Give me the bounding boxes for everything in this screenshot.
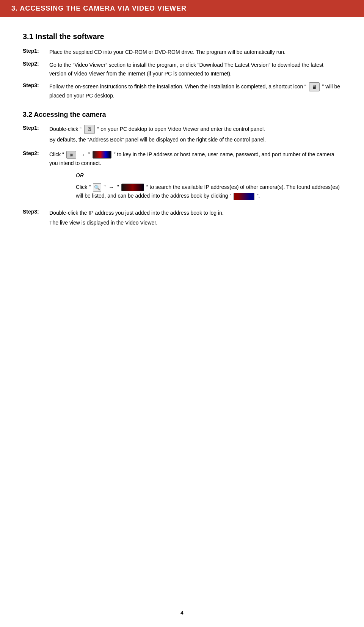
search-icon: 🔍 — [93, 183, 101, 192]
close-quote-2: " — [104, 184, 106, 190]
step-1-1-content: Place the supplied CD into your CD-ROM o… — [49, 48, 341, 56]
content-area: 3.1 Install the software Step1: Place th… — [0, 17, 364, 602]
step-1-2-content: Go to the “Video Viewer” section to inst… — [49, 61, 341, 78]
page-container: 3. ACCESSING THE CAMERA VIA VIDEO VIEWER… — [0, 0, 364, 627]
step-2-1-line1: Double-click “ ” on your PC desktop to o… — [49, 125, 341, 134]
step-1-3-text-before: Follow the on-screen instructions to fin… — [49, 83, 306, 90]
step-2-2-text3: ” to search the available IP address(es)… — [76, 184, 340, 199]
step-2-2-click-text: Click " — [76, 184, 91, 190]
page-number: 4 — [180, 610, 184, 616]
step-2-2-text1: Click “ — [49, 151, 64, 157]
step-2-1-text2: ” on your PC desktop to open Video Viewe… — [97, 126, 265, 132]
step-1-1: Step1: Place the supplied CD into your C… — [23, 48, 341, 56]
step-2-3-line1: Double-click the IP address you just add… — [49, 209, 341, 217]
shortcut-icon — [309, 82, 320, 91]
step-2-3: Step3: Double-click the IP address you j… — [23, 209, 341, 229]
step-2-2-label: Step2: — [23, 150, 49, 156]
step-2-2-text4: ”. — [257, 193, 260, 199]
section-32-title: 3.2 Accessing the camera — [23, 111, 341, 119]
section-header: 3. ACCESSING THE CAMERA VIA VIDEO VIEWER — [0, 0, 364, 17]
step-1-1-label: Step1: — [23, 48, 49, 54]
step-2-3-content: Double-click the IP address you just add… — [49, 209, 341, 229]
step-2-2: Step2: Click “ ⊞ → " ” to key in the IP … — [23, 150, 341, 204]
step-2-3-label: Step3: — [23, 209, 49, 215]
step-2-2-line1: Click “ ⊞ → " ” to key in the IP address… — [49, 150, 341, 168]
add-btn-icon — [234, 193, 254, 200]
step-1-3-label: Step3: — [23, 82, 49, 88]
step-1-2: Step2: Go to the “Video Viewer” section … — [23, 61, 341, 78]
step-2-1-text1: Double-click “ — [49, 126, 82, 132]
step-1-3-content: Follow the on-screen instructions to fin… — [49, 82, 341, 100]
connect-btn-icon — [93, 151, 111, 159]
or-label: OR — [76, 171, 341, 179]
desktop-icon-1 — [84, 125, 95, 134]
or-block: OR Click " 🔍 " → " ” to search the avail… — [76, 171, 341, 200]
step-2-2-content: Click “ ⊞ → " ” to key in the IP address… — [49, 150, 341, 204]
header-title: 3. ACCESSING THE CAMERA VIA VIDEO VIEWER — [11, 5, 187, 12]
step-2-1: Step1: Double-click “ ” on your PC deskt… — [23, 125, 341, 146]
arrow-icon-2: → — [109, 183, 114, 192]
arrow-icon-1: → — [80, 151, 85, 159]
step-2-1-label: Step1: — [23, 125, 49, 131]
step-1-2-label: Step2: — [23, 61, 49, 67]
search-btn-icon — [121, 184, 144, 191]
step-2-1-content: Double-click “ ” on your PC desktop to o… — [49, 125, 341, 146]
step-2-2-text2: ” to key in the IP address or host name,… — [49, 151, 334, 166]
open-quote-3: " — [117, 184, 119, 190]
section-31-title: 3.1 Install the software — [23, 32, 341, 41]
step-1-3: Step3: Follow the on-screen instructions… — [23, 82, 341, 100]
step-2-3-line2: The live view is displayed in the Video … — [49, 218, 341, 227]
step-2-1-line2: By defaults, the “Address Book” panel wi… — [49, 135, 341, 144]
step-2-2-line2: Click " 🔍 " → " ” to search the availabl… — [76, 183, 341, 200]
page-footer: 4 — [0, 602, 364, 627]
open-quote-1: " — [88, 152, 91, 157]
small-btn-icon-1: ⊞ — [66, 151, 76, 159]
